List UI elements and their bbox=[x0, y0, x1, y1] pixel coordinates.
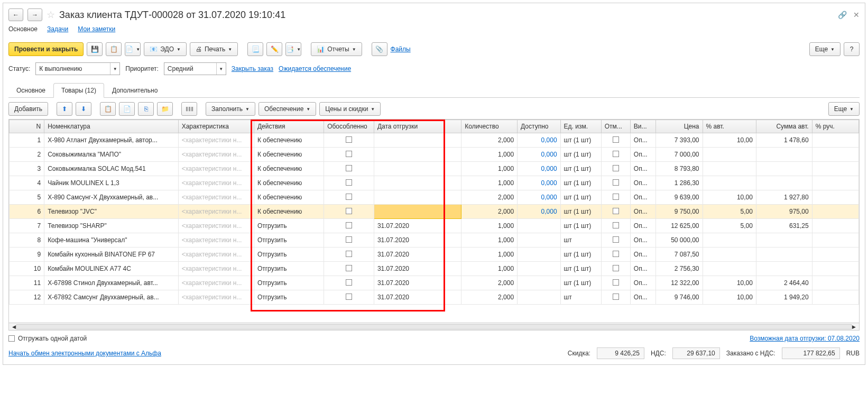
checkbox-icon[interactable] bbox=[346, 236, 352, 243]
cell-price[interactable]: 50 000,00 bbox=[656, 233, 703, 248]
cell-qty[interactable]: 2,000 bbox=[461, 276, 518, 290]
cell-sum[interactable]: 631,25 bbox=[756, 219, 812, 233]
table-row[interactable]: 4Чайник MOULINEX L 1,3<характеристики н.… bbox=[10, 176, 859, 190]
col-obos[interactable]: Обособленно bbox=[324, 120, 374, 133]
cell-otm[interactable] bbox=[601, 219, 630, 233]
chevron-down-icon[interactable]: ▼ bbox=[216, 63, 226, 75]
cell-ship-date[interactable]: 31.07.2020 bbox=[374, 290, 461, 305]
checkbox-icon[interactable] bbox=[346, 222, 352, 228]
cell-n[interactable]: 1 bbox=[10, 133, 44, 148]
cell-obos[interactable] bbox=[324, 248, 374, 262]
cell-price[interactable]: 12 625,00 bbox=[656, 219, 703, 233]
checkbox-icon[interactable] bbox=[346, 179, 352, 186]
cell-qty[interactable]: 1,000 bbox=[461, 262, 518, 276]
table-row[interactable]: 5Х-890 Самсунг-Х Двухкамерный, ав...<хар… bbox=[10, 190, 859, 205]
cell-ruch[interactable] bbox=[812, 176, 858, 190]
checkbox-icon[interactable] bbox=[613, 236, 619, 243]
cell-vi[interactable]: Оп... bbox=[630, 162, 655, 176]
move-down-button[interactable]: ⬇ bbox=[76, 102, 91, 116]
print-button[interactable]: 🖨 Печать ▼ bbox=[190, 42, 238, 56]
nav-tasks[interactable]: Задачи bbox=[47, 25, 68, 35]
nav-notes[interactable]: Мои заметки bbox=[78, 25, 115, 35]
cell-obos[interactable] bbox=[324, 190, 374, 205]
checkbox-icon[interactable] bbox=[346, 265, 352, 271]
cell-ship-date[interactable]: 31.07.2020 bbox=[374, 248, 461, 262]
checkbox-icon[interactable] bbox=[613, 222, 619, 228]
refresh-button[interactable]: ⎘ bbox=[138, 102, 154, 116]
cell-ruch[interactable] bbox=[812, 290, 858, 305]
col-sum-auto[interactable]: Сумма авт. bbox=[756, 120, 812, 133]
cell-name[interactable]: Х-67892 Самсунг Двухкамерный, ав... bbox=[44, 290, 179, 305]
table-row[interactable]: 12Х-67892 Самсунг Двухкамерный, ав...<ха… bbox=[10, 290, 859, 305]
cell-name[interactable]: Х-980 Атлант Двухкамерный, автор... bbox=[44, 133, 179, 148]
table-row[interactable]: 2Соковыжималка "МАПО"<характеристики н..… bbox=[10, 148, 859, 162]
chevron-down-icon[interactable]: ▼ bbox=[110, 63, 119, 75]
tpl1-button[interactable]: 📃 bbox=[247, 42, 263, 56]
cell-qty[interactable]: 2,000 bbox=[461, 190, 518, 205]
cell-ruch[interactable] bbox=[812, 133, 858, 148]
cell-unit[interactable]: шт (1 шт) bbox=[560, 219, 601, 233]
cell-obos[interactable] bbox=[324, 290, 374, 305]
cell-n[interactable]: 6 bbox=[10, 205, 44, 219]
cell-name[interactable]: Комбайн кухонный BINATONE FP 67 bbox=[44, 248, 179, 262]
cell-qty[interactable]: 1,000 bbox=[461, 176, 518, 190]
await-supply-link[interactable]: Ожидается обеспечение bbox=[279, 65, 351, 72]
table-more-button[interactable]: Еще ▼ bbox=[828, 102, 860, 116]
prices-button[interactable]: Цены и скидки ▼ bbox=[319, 102, 381, 116]
cell-action[interactable]: К обеспечению bbox=[254, 133, 324, 148]
forward-button[interactable]: → bbox=[27, 8, 42, 21]
checkbox-icon[interactable] bbox=[346, 251, 352, 257]
cell-avail[interactable] bbox=[518, 276, 561, 290]
cell-avail[interactable]: 0,000 bbox=[518, 190, 561, 205]
cell-sum[interactable] bbox=[756, 148, 812, 162]
cell-unit[interactable]: шт bbox=[560, 290, 601, 305]
cell-action[interactable]: Отгрузить bbox=[254, 276, 324, 290]
cell-n[interactable]: 9 bbox=[10, 248, 44, 262]
edo-button[interactable]: 📧 ЭДО ▼ bbox=[144, 42, 187, 56]
cell-vi[interactable]: Оп... bbox=[630, 248, 655, 262]
cell-avail[interactable] bbox=[518, 219, 561, 233]
horizontal-scrollbar[interactable]: ◀ ▶ bbox=[9, 323, 859, 330]
cell-n[interactable]: 2 bbox=[10, 148, 44, 162]
fill-button[interactable]: Заполнить ▼ bbox=[206, 102, 255, 116]
cell-action[interactable]: Отгрузить bbox=[254, 219, 324, 233]
cell-avail[interactable]: 0,000 bbox=[518, 205, 561, 219]
cell-ship-date[interactable] bbox=[374, 148, 461, 162]
cell-vi[interactable]: Оп... bbox=[630, 148, 655, 162]
cell-n[interactable]: 3 bbox=[10, 162, 44, 176]
checkbox-icon[interactable] bbox=[346, 151, 352, 157]
cell-vi[interactable]: Оп... bbox=[630, 290, 655, 305]
tpl2-button[interactable]: ✏️ bbox=[266, 42, 282, 56]
cell-char[interactable]: <характеристики н... bbox=[178, 219, 254, 233]
table-row[interactable]: 7Телевизор "SHARP"<характеристики н...От… bbox=[10, 219, 859, 233]
close-icon[interactable]: ✕ bbox=[853, 11, 860, 19]
cell-char[interactable]: <характеристики н... bbox=[178, 190, 254, 205]
cell-vi[interactable]: Оп... bbox=[630, 262, 655, 276]
cell-pct[interactable] bbox=[703, 262, 756, 276]
cell-otm[interactable] bbox=[601, 262, 630, 276]
tab-goods[interactable]: Товары (12) bbox=[53, 83, 104, 98]
cell-action[interactable]: К обеспечению bbox=[254, 162, 324, 176]
cell-otm[interactable] bbox=[601, 276, 630, 290]
cell-ruch[interactable] bbox=[812, 233, 858, 248]
link-icon[interactable]: 🔗 bbox=[838, 11, 847, 19]
cell-vi[interactable]: Оп... bbox=[630, 133, 655, 148]
cell-otm[interactable] bbox=[601, 205, 630, 219]
cell-action[interactable]: К обеспечению bbox=[254, 190, 324, 205]
cell-name[interactable]: Кофе-машина "Универсал" bbox=[44, 233, 179, 248]
cell-ruch[interactable] bbox=[812, 262, 858, 276]
cell-ruch[interactable] bbox=[812, 248, 858, 262]
cell-n[interactable]: 8 bbox=[10, 233, 44, 248]
cell-unit[interactable]: шт (1 шт) bbox=[560, 190, 601, 205]
table-row[interactable]: 1Х-980 Атлант Двухкамерный, автор...<хар… bbox=[10, 133, 859, 148]
paste-button[interactable]: 📄 bbox=[119, 102, 135, 116]
cell-qty[interactable]: 1,000 bbox=[461, 233, 518, 248]
cell-qty[interactable]: 1,000 bbox=[461, 148, 518, 162]
cell-price[interactable]: 1 286,30 bbox=[656, 176, 703, 190]
col-n[interactable]: N bbox=[10, 120, 44, 133]
cell-sum[interactable]: 975,00 bbox=[756, 205, 812, 219]
cell-price[interactable]: 9 750,00 bbox=[656, 205, 703, 219]
checkbox-icon[interactable] bbox=[346, 279, 352, 286]
table-row[interactable]: 6Телевизор "JVC"<характеристики н...К об… bbox=[10, 205, 859, 219]
cell-pct[interactable] bbox=[703, 233, 756, 248]
